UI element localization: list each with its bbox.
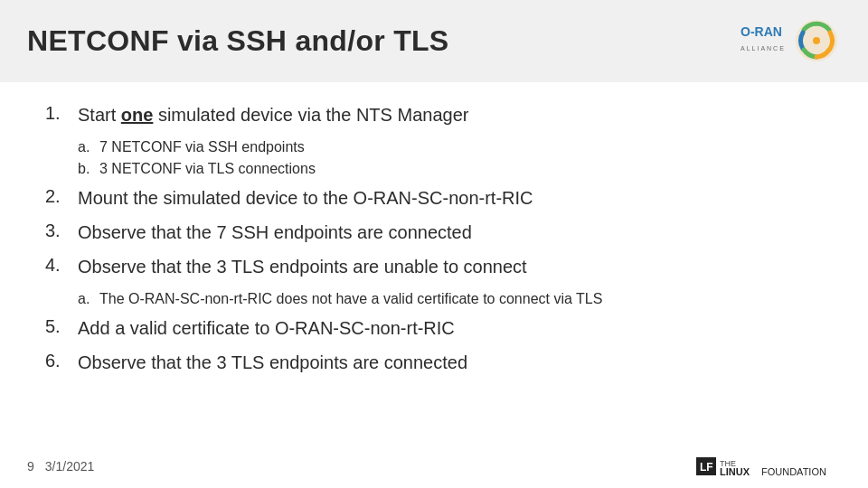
item-5-text: Add a valid certificate to O-RAN-SC-non-… xyxy=(78,315,455,341)
oran-logo: O-RAN ALLIANCE xyxy=(737,16,841,66)
list-item-2: 2. Mount the simulated device to the O-R… xyxy=(45,185,823,211)
footer-left: 9 3/1/2021 xyxy=(27,459,94,474)
oran-logo-container: O-RAN ALLIANCE xyxy=(737,16,841,66)
item-3-text: Observe that the 7 SSH endpoints are con… xyxy=(78,220,472,245)
content-area: 1. Start one simulated device via the NT… xyxy=(0,82,868,446)
list-item-5: 5. Add a valid certificate to O-RAN-SC-n… xyxy=(45,315,823,341)
page-number: 9 xyxy=(27,459,34,474)
slide-title: NETCONF via SSH and/or TLS xyxy=(27,24,449,58)
item-4-text: Observe that the 3 TLS endpoints are una… xyxy=(78,254,527,279)
item-1-sublist: a. 7 NETCONF via SSH endpoints b. 3 NETC… xyxy=(45,136,823,180)
svg-text:LF: LF xyxy=(700,461,713,474)
footer: 9 3/1/2021 LF THE LINUX FOUNDATION xyxy=(0,446,868,488)
footer-date: 3/1/2021 xyxy=(45,459,95,474)
item-6-text: Observe that the 3 TLS endpoints are con… xyxy=(78,350,467,375)
item-2-number: 2. xyxy=(45,185,78,207)
list-item-1: 1. Start one simulated device via the NT… xyxy=(45,102,823,185)
sub-label-1a: a. xyxy=(78,136,94,158)
header: NETCONF via SSH and/or TLS O-RAN xyxy=(0,0,868,82)
sub-item-1a: a. 7 NETCONF via SSH endpoints xyxy=(78,136,823,158)
item-4-number: 4. xyxy=(45,254,78,276)
lf-logo-svg: LF THE LINUX FOUNDATION xyxy=(696,454,841,479)
svg-text:ALLIANCE: ALLIANCE xyxy=(741,45,786,52)
list-item-3: 3. Observe that the 7 SSH endpoints are … xyxy=(45,220,823,245)
item-4-sublist: a. The O-RAN-SC-non-rt-RIC does not have… xyxy=(45,288,823,310)
sub-text-1a: 7 NETCONF via SSH endpoints xyxy=(99,136,305,158)
list-item-4: 4. Observe that the 3 TLS endpoints are … xyxy=(45,254,823,315)
svg-point-1 xyxy=(813,37,820,44)
item-2-text: Mount the simulated device to the O-RAN-… xyxy=(78,185,533,211)
item-1-number: 1. xyxy=(45,102,78,124)
item-6-number: 6. xyxy=(45,350,78,371)
item-1-text: Start one simulated device via the NTS M… xyxy=(78,102,468,127)
list-item-6: 6. Observe that the 3 TLS endpoints are … xyxy=(45,350,823,375)
sub-label-1b: b. xyxy=(78,158,94,180)
sub-text-4a: The O-RAN-SC-non-rt-RIC does not have a … xyxy=(99,288,602,310)
item-3-number: 3. xyxy=(45,220,78,241)
svg-text:FOUNDATION: FOUNDATION xyxy=(761,466,826,477)
sub-item-4a: a. The O-RAN-SC-non-rt-RIC does not have… xyxy=(78,288,823,310)
sub-label-4a: a. xyxy=(78,288,94,310)
item-5-number: 5. xyxy=(45,315,78,337)
svg-text:O-RAN: O-RAN xyxy=(741,24,782,39)
linux-foundation-logo: LF THE LINUX FOUNDATION xyxy=(696,454,841,479)
slide: NETCONF via SSH and/or TLS O-RAN xyxy=(0,0,868,488)
svg-text:LINUX: LINUX xyxy=(720,466,750,477)
sub-text-1b: 3 NETCONF via TLS connections xyxy=(99,158,316,180)
sub-item-1b: b. 3 NETCONF via TLS connections xyxy=(78,158,823,180)
